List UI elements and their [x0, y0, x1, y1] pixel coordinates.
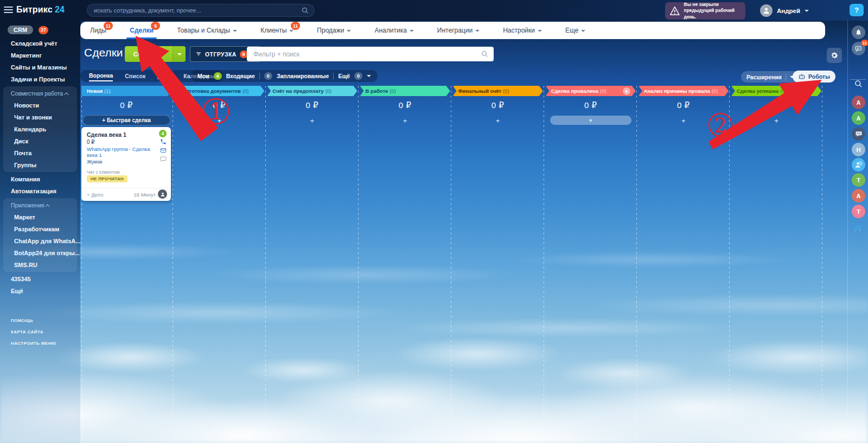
search-icon [481, 50, 488, 58]
add-deal-button[interactable]: + [267, 117, 357, 125]
sidebar-item-sites[interactable]: Сайты и Магазины [0, 61, 80, 73]
group-chat-icon [855, 130, 863, 138]
view-tab-funnel[interactable]: Воронка [89, 71, 113, 81]
tab-settings[interactable]: Настройки [503, 27, 542, 34]
phone-icon[interactable] [160, 138, 167, 145]
sidebar-link-help[interactable]: ПОМОЩЬ [11, 318, 56, 323]
person-clock-icon [854, 161, 863, 169]
filter-more[interactable]: Ещё [338, 73, 350, 79]
stage-header[interactable]: Сделка успешна(0) [731, 86, 821, 96]
sidebar-item-calendar[interactable]: Календарь [3, 123, 77, 135]
filter-search[interactable] [247, 47, 494, 61]
group-chat-avatar[interactable] [852, 127, 865, 141]
recent-chat-avatar[interactable]: T [852, 173, 865, 187]
recent-chat-avatar[interactable]: H [852, 143, 865, 156]
sidebar-item-marketing[interactable]: Маркетинг [0, 49, 80, 61]
bell-icon [855, 29, 862, 36]
filter-incoming[interactable]: Входящие [226, 73, 255, 79]
stage-header[interactable]: Сделка провалена(0) + [546, 86, 636, 96]
sidebar-item-chat-calls[interactable]: Чат и звонки [3, 111, 77, 123]
view-tab-list[interactable]: Список [125, 71, 145, 81]
tab-more[interactable]: Еще [565, 27, 585, 34]
view-tab-activities[interactable]: Дела [157, 71, 171, 81]
tab-integrations[interactable]: Интеграции [437, 27, 480, 34]
add-deal-button[interactable]: + [453, 117, 543, 125]
workday-alert[interactable]: Вы не закрылипредыдущий рабочий день. [665, 2, 745, 20]
stage-header[interactable]: В работе(0) [360, 86, 450, 96]
promo-bird-button[interactable] [852, 220, 865, 234]
filter-planned[interactable]: Запланированные [277, 73, 329, 79]
sidebar-item-disk[interactable]: Диск [3, 135, 77, 147]
invite-users-button[interactable] [852, 158, 865, 172]
tab-products[interactable]: Товары и Склады [177, 27, 237, 34]
tab-deals[interactable]: Сделки5 [130, 27, 154, 34]
sidebar-item-news[interactable]: Новости [3, 99, 77, 111]
hamburger-menu-icon[interactable] [4, 7, 13, 14]
column-separator [173, 86, 173, 443]
stage-header[interactable]: Счёт на предоплату(0) [267, 86, 357, 96]
stage-total: 0 ₽ [267, 100, 357, 110]
comment-icon[interactable] [160, 156, 167, 162]
add-deal-button-highlighted[interactable]: + [550, 116, 631, 125]
sidebar-item-warehouse[interactable]: Складской учёт [0, 37, 80, 49]
sidebar-item-groups[interactable]: Группы [3, 159, 77, 171]
sidebar-item-smsru[interactable]: SMS.RU [3, 259, 77, 271]
rail-search-button[interactable] [852, 77, 865, 91]
sidebar-item-automation[interactable]: Автоматизация [0, 185, 80, 197]
add-activity-button[interactable]: + Дело [87, 192, 104, 198]
sidebar-group-collaboration[interactable]: Совместная работа [3, 87, 77, 99]
deal-card[interactable]: Сделка века 1 4 0 ₽ WhatsApp группа - Сд… [81, 127, 171, 201]
robots-button[interactable]: Роботы [793, 71, 835, 83]
column-separator [729, 86, 730, 443]
add-deal-button[interactable]: + [360, 117, 450, 125]
add-deal-button[interactable]: + [174, 117, 264, 125]
stage-header[interactable]: Подготовка документов(0) [174, 86, 264, 96]
user-menu[interactable]: Андрей [760, 4, 809, 17]
create-deal-button[interactable]: СОЗДАТЬ [125, 46, 186, 62]
sidebar-item-developers[interactable]: Разработчикам [3, 223, 77, 235]
sidebar-item-mail[interactable]: Почта [3, 147, 77, 159]
sidebar-link-configure-menu[interactable]: НАСТРОИТЬ МЕНЮ [11, 341, 56, 346]
stage-header[interactable]: Финальный счёт(0) [453, 86, 543, 96]
filter-search-input[interactable] [252, 50, 481, 59]
global-search-input[interactable] [93, 7, 302, 14]
sidebar-item-market[interactable]: Маркет [3, 211, 77, 223]
sidebar-item-crm[interactable]: CRM [8, 26, 33, 34]
sidebar-item-company[interactable]: Компания [0, 173, 80, 185]
sidebar-item-chatapp[interactable]: ChatApp для WhatsA... [3, 235, 77, 247]
sidebar-link-sitemap[interactable]: КАРТА САЙТА [11, 330, 56, 334]
sidebar-item-tasks[interactable]: Задачи и Проекты [0, 73, 80, 85]
quick-deal-button[interactable]: + Быстрая сделка [82, 115, 170, 125]
sidebar-item-more[interactable]: Ещё [0, 285, 80, 297]
sidebar-item-botapp[interactable]: BotApp24 для откры... [3, 247, 77, 259]
stage-header[interactable]: Анализ причины провала(0) [639, 86, 729, 96]
global-search[interactable] [87, 4, 315, 17]
help-button[interactable]: ? [850, 4, 864, 16]
responsible-avatar[interactable] [158, 189, 167, 199]
recent-chat-avatar[interactable]: A [852, 111, 865, 125]
cloud-bank [0, 302, 868, 443]
sidebar-group-apps[interactable]: Приложения [3, 199, 77, 211]
envelope-icon[interactable] [160, 147, 167, 154]
recent-chat-avatar[interactable]: T [852, 205, 865, 218]
create-dropdown[interactable] [173, 46, 186, 62]
sidebar-item-435345[interactable]: 435345 [0, 273, 80, 285]
tab-sales[interactable]: Продажи [317, 27, 351, 34]
add-deal-button[interactable]: + [639, 117, 729, 125]
recent-chat-avatar[interactable]: A [852, 189, 865, 202]
filter-my[interactable]: Мои [197, 73, 209, 79]
person-icon [762, 7, 770, 15]
add-stage-button[interactable]: + [623, 87, 630, 95]
stage-header[interactable]: Новая(1) [81, 86, 171, 96]
tab-clients[interactable]: Клиенты11 [260, 27, 293, 34]
tab-analytics[interactable]: Аналитика [374, 27, 413, 34]
recent-chat-avatar[interactable]: A [852, 96, 865, 109]
messenger-button[interactable]: 11 [852, 42, 865, 55]
notifications-bell-button[interactable] [852, 26, 865, 39]
add-deal-button[interactable]: + [731, 117, 821, 125]
board-settings-button[interactable] [827, 48, 842, 63]
tab-leads[interactable]: Лиды11 [90, 27, 106, 34]
bitrix24-logo[interactable]: Битрикс24 [16, 5, 65, 15]
deal-title[interactable]: Сделка века 1 [87, 131, 126, 138]
extensions-button[interactable]: Расширения [741, 71, 800, 83]
